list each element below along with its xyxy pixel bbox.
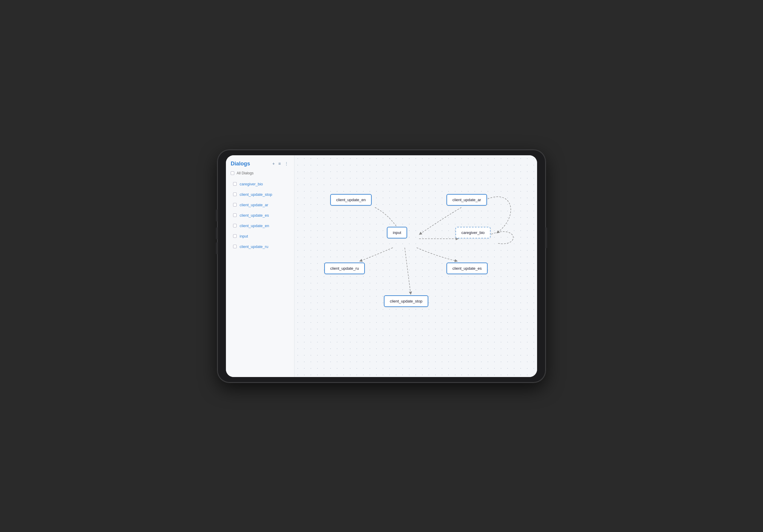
sidebar-item-caregiver_bio[interactable]: caregiver_bio: [228, 179, 292, 189]
node-client_update_en[interactable]: client_update_en: [330, 194, 372, 206]
main-canvas[interactable]: client_update_enclient_update_arinputcar…: [294, 155, 537, 377]
all-dialogs-row[interactable]: All Dialogs: [226, 170, 294, 178]
sidebar-item-label-client_update_stop: client_update_stop: [240, 192, 272, 197]
checkbox-client_update_es[interactable]: [233, 213, 237, 217]
sidebar-header-icons: + ≡ ⋮: [272, 160, 289, 166]
sidebar: Dialogs + ≡ ⋮ All Dialogs caregiver_bioc…: [226, 155, 294, 377]
all-dialogs-label: All Dialogs: [237, 171, 254, 175]
sidebar-item-client_update_en[interactable]: client_update_en: [228, 221, 292, 230]
sidebar-item-label-caregiver_bio: caregiver_bio: [240, 182, 263, 186]
more-options-button[interactable]: ⋮: [283, 160, 289, 166]
sidebar-item-label-client_update_en: client_update_en: [240, 224, 269, 228]
checkbox-input[interactable]: [233, 234, 237, 238]
checkbox-client_update_ar[interactable]: [233, 203, 237, 207]
sidebar-item-client_update_stop[interactable]: client_update_stop: [228, 190, 292, 199]
sidebar-item-label-client_update_ar: client_update_ar: [240, 203, 268, 207]
sidebar-item-label-input: input: [240, 234, 248, 239]
checkbox-client_update_en[interactable]: [233, 224, 237, 227]
list-view-button[interactable]: ≡: [277, 160, 282, 166]
sidebar-title: Dialogs: [231, 160, 269, 167]
screen: Dialogs + ≡ ⋮ All Dialogs caregiver_bioc…: [226, 155, 537, 377]
add-button[interactable]: +: [272, 160, 276, 166]
checkbox-client_update_stop[interactable]: [233, 192, 237, 196]
all-dialogs-checkbox[interactable]: [231, 171, 234, 175]
checkbox-caregiver_bio[interactable]: [233, 182, 237, 186]
sidebar-item-client_update_es[interactable]: client_update_es: [228, 211, 292, 220]
checkbox-client_update_ru[interactable]: [233, 245, 237, 248]
sidebar-item-client_update_ru[interactable]: client_update_ru: [228, 242, 292, 251]
node-client_update_es[interactable]: client_update_es: [447, 263, 488, 274]
sidebar-item-input[interactable]: input: [228, 232, 292, 241]
node-client_update_ru[interactable]: client_update_ru: [324, 263, 365, 274]
node-client_update_stop[interactable]: client_update_stop: [384, 295, 428, 307]
sidebar-item-label-client_update_es: client_update_es: [240, 213, 269, 218]
node-input[interactable]: input: [387, 227, 407, 239]
node-client_update_ar[interactable]: client_update_ar: [447, 194, 487, 206]
node-caregiver_bio[interactable]: caregiver_bio: [455, 227, 490, 239]
sidebar-item-client_update_ar[interactable]: client_update_ar: [228, 200, 292, 210]
sidebar-list: caregiver_bioclient_update_stopclient_up…: [226, 178, 294, 253]
sidebar-item-label-client_update_ru: client_update_ru: [240, 244, 268, 249]
sidebar-header: Dialogs + ≡ ⋮: [226, 155, 294, 170]
tablet-frame: Dialogs + ≡ ⋮ All Dialogs caregiver_bioc…: [218, 150, 545, 382]
